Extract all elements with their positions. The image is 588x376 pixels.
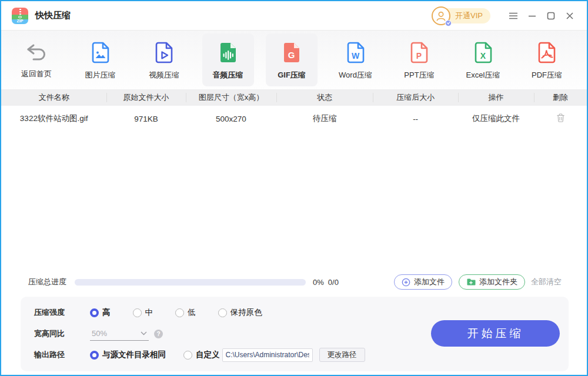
start-compress-button[interactable]: 开始压缩 (431, 320, 560, 347)
tool-label: GIF压缩 (278, 70, 306, 80)
user-avatar[interactable] (432, 6, 450, 25)
minimize-icon (528, 12, 536, 20)
add-circle-icon (402, 278, 410, 287)
maximize-button[interactable] (543, 8, 559, 24)
cell-file-name: 3322软件站动图.gif (1, 113, 106, 124)
delete-file-button[interactable] (556, 113, 565, 123)
person-icon (435, 9, 447, 22)
menu-button[interactable] (506, 8, 521, 24)
settings-panel: 压缩强度 高 中 低 保持原色 宽高同比 50% (21, 297, 569, 371)
radio-unselected-icon (218, 308, 227, 317)
gif-file-icon: G (279, 40, 305, 66)
add-folder-icon (466, 278, 476, 286)
cell-status: 待压缩 (276, 113, 373, 124)
tool-label: PDF压缩 (532, 70, 562, 80)
col-compressed-size: 压缩后大小 (373, 89, 457, 106)
tool-label: 视频压缩 (149, 70, 179, 80)
ratio-value: 50% (92, 329, 107, 338)
radio-selected-icon (90, 351, 99, 360)
table-row: 3322软件站动图.gif 971KB 500x270 待压缩 -- 仅压缩此文… (1, 106, 587, 132)
add-folder-button[interactable]: 添加文件夹 (459, 274, 525, 290)
col-action: 操作 (458, 89, 534, 106)
strength-row: 压缩强度 高 中 低 保持原色 (34, 305, 569, 320)
output-option-custom[interactable]: 自定义 (183, 350, 220, 360)
pdf-file-icon (534, 40, 560, 66)
compress-this-file-button[interactable]: 仅压缩此文件 (458, 113, 534, 124)
excel-file-icon: X (470, 40, 496, 66)
close-button[interactable] (562, 8, 577, 24)
custom-path-input[interactable] (222, 348, 313, 362)
change-path-button[interactable]: 更改路径 (319, 348, 365, 362)
progress-label: 压缩总进度 (28, 277, 66, 287)
maximize-icon (547, 12, 555, 20)
col-status: 状态 (276, 89, 373, 106)
word-compress-tab[interactable]: W Word压缩 (330, 33, 382, 86)
help-icon[interactable]: ? (154, 330, 163, 338)
video-file-icon (151, 40, 177, 66)
progress-text: 0%0/0 (313, 278, 339, 287)
add-file-button[interactable]: 添加文件 (394, 274, 452, 290)
clear-all-button[interactable]: 全部清空 (531, 277, 562, 287)
strength-option-low[interactable]: 低 (175, 307, 196, 318)
hamburger-icon (509, 12, 518, 20)
ppt-file-icon: P (406, 40, 432, 66)
cell-original-size: 971KB (106, 115, 185, 123)
strength-option-medium[interactable]: 中 (133, 307, 153, 318)
file-table-header: 文件名称 原始文件大小 图层尺寸（宽x高） 状态 压缩后大小 操作 删除 (1, 89, 587, 106)
pdf-compress-tab[interactable]: PDF压缩 (521, 33, 573, 86)
ratio-label: 宽高同比 (34, 328, 66, 339)
audio-compress-tab[interactable]: 音频压缩 (202, 33, 254, 86)
video-compress-tab[interactable]: 视频压缩 (138, 33, 190, 86)
radio-selected-icon (90, 308, 99, 317)
app-window: ZIP 快快压缩 开通VIP (0, 0, 588, 376)
tool-label: 音频压缩 (213, 70, 243, 80)
col-original-size: 原始文件大小 (106, 89, 185, 106)
svg-text:G: G (288, 50, 295, 60)
radio-unselected-icon (133, 308, 142, 317)
output-path-row: 输出路径 与源文件目录相同 自定义 更改路径 (34, 347, 569, 362)
strength-option-high[interactable]: 高 (90, 307, 111, 318)
image-file-icon (88, 40, 113, 66)
image-compress-tab[interactable]: 图片压缩 (75, 33, 126, 86)
radio-unselected-icon (183, 351, 192, 360)
window-title: 快快压缩 (35, 10, 71, 21)
output-option-same-dir[interactable]: 与源文件目录相同 (90, 350, 166, 360)
tool-label: 图片压缩 (85, 70, 116, 80)
progress-row: 压缩总进度 0%0/0 添加文件 添加文件夹 全部清空 (1, 272, 587, 292)
gif-compress-tab[interactable]: G GIF压缩 (266, 33, 318, 86)
svg-text:X: X (480, 51, 486, 61)
svg-text:W: W (351, 51, 359, 61)
title-bar: ZIP 快快压缩 开通VIP (1, 1, 587, 31)
audio-file-icon (215, 40, 241, 66)
ratio-select[interactable]: 50% (90, 327, 149, 341)
minimize-button[interactable] (524, 8, 540, 24)
close-icon (566, 12, 574, 20)
col-file-name: 文件名称 (1, 89, 106, 106)
radio-unselected-icon (175, 308, 184, 317)
excel-compress-tab[interactable]: X Excel压缩 (457, 33, 509, 86)
window-controls (506, 8, 577, 24)
strength-label: 压缩强度 (34, 307, 66, 318)
cell-compressed-size: -- (373, 115, 457, 123)
tool-label: Excel压缩 (466, 70, 500, 80)
col-delete: 删除 (534, 89, 587, 106)
back-arrow-icon (25, 41, 48, 65)
toolbar: 返回首页 图片压缩 视频压缩 (1, 31, 587, 89)
trash-icon (556, 113, 565, 123)
back-home-button[interactable]: 返回首页 (11, 33, 62, 86)
tool-label: PPT压缩 (404, 70, 434, 80)
app-logo-icon: ZIP (12, 8, 28, 24)
strength-option-keep-color[interactable]: 保持原色 (218, 307, 262, 318)
progress-bar (75, 279, 306, 286)
app-logo-text: ZIP (12, 19, 28, 24)
tool-label: 返回首页 (21, 69, 52, 79)
chevron-down-icon (141, 331, 147, 335)
ppt-compress-tab[interactable]: P PPT压缩 (393, 33, 445, 86)
tool-label: Word压缩 (339, 70, 372, 80)
cell-dimensions: 500x270 (186, 115, 276, 123)
col-dimensions: 图层尺寸（宽x高） (186, 89, 276, 106)
word-file-icon: W (343, 40, 369, 66)
output-path-label: 输出路径 (34, 350, 66, 360)
file-list-empty-area (1, 132, 587, 272)
open-vip-button[interactable]: 开通VIP (446, 8, 490, 24)
